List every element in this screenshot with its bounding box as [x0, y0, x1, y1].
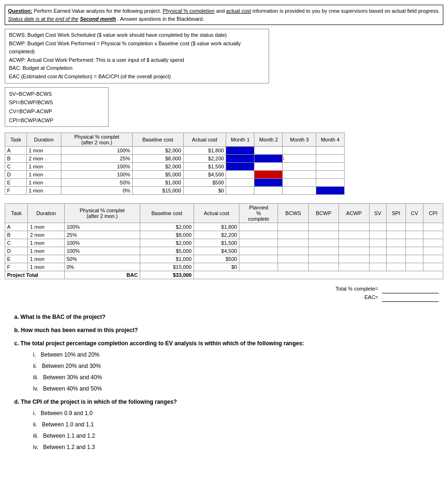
dur-a: 1 mon — [26, 147, 61, 155]
ev-actual-d: $4,500 — [194, 247, 239, 255]
ev-cv-d — [406, 247, 423, 255]
ev-cpi-b — [423, 231, 443, 239]
q-d-options: i. Between 0.9 and 1.0 ii. Between 1.0 a… — [33, 408, 443, 453]
ev-header-actual: Actual cost — [194, 204, 239, 223]
ev-header-baseline: Baseline cost — [140, 204, 194, 223]
bar-c-m3 — [283, 163, 316, 171]
bar-d-m1 — [226, 171, 254, 179]
q-c-option-i: i. Between 10% and 20% — [33, 349, 443, 360]
bar-b-m4 — [316, 155, 345, 163]
ev-pct-b: 25% — [64, 231, 140, 239]
q-d-letter: d. — [14, 399, 19, 405]
question-underline-1: Physical % completion — [163, 8, 215, 14]
q-c-letter: c. — [14, 340, 19, 347]
dur-f: 1 mon — [26, 187, 61, 195]
ev-planned-b — [239, 231, 278, 239]
bar-b-m1 — [226, 155, 254, 163]
ev-bcwp-a — [308, 223, 338, 231]
actual-f: $0 — [183, 187, 226, 195]
q-d-num-iv: iv. — [33, 444, 38, 450]
ev-cv-b — [406, 231, 423, 239]
eac-label: EAC= — [336, 294, 378, 302]
red-arrow-icon: ↓ — [282, 154, 285, 161]
q-c-num-iv: iv. — [33, 385, 38, 392]
ev-acwp-a — [339, 223, 369, 231]
gantt-header-duration: Duration — [26, 133, 61, 147]
bar-e-m3 — [283, 179, 316, 187]
actual-b: $2,200 — [183, 155, 226, 163]
pct-a: 100% — [61, 147, 132, 155]
ev-task-f: F — [5, 263, 28, 271]
definitions-box: BCWS: Budget Cost Work Scheduled ($ valu… — [5, 29, 269, 83]
question-italic-1: Status date is at the end of the — [8, 16, 78, 22]
ev-row-f: F 1 mon 0% $15,000 $0 — [5, 263, 443, 271]
gantt-header-month2: Month 2 — [254, 133, 283, 147]
ev-task-d: D — [5, 247, 28, 255]
ev-planned-e — [239, 255, 278, 263]
dur-e: 1 mon — [26, 179, 61, 187]
question-text-4: Answer questions in the Blackboard. — [120, 16, 204, 22]
ev-pct-f: 0% — [64, 263, 140, 271]
ev-sv-a — [369, 223, 386, 231]
question-label: Question: — [8, 8, 32, 14]
actual-c: $1,500 — [183, 163, 226, 171]
ev-spi-d — [386, 247, 406, 255]
total-pct-label: Total % complete= — [336, 286, 378, 293]
gantt-header-month1: Month 1 — [226, 133, 254, 147]
bar-f-m2 — [254, 187, 283, 195]
ev-cv-c — [406, 239, 423, 247]
q-d-text-i: Between 0.9 and 1.0 — [41, 410, 93, 416]
ev-sv-b — [369, 231, 386, 239]
q-c-num-iii: iii. — [33, 374, 38, 381]
task-f: F — [5, 187, 27, 195]
task-a: A — [5, 147, 27, 155]
q-d-num-i: i. — [33, 410, 36, 416]
q-a-text: What is the BAC of the project? — [20, 314, 105, 320]
ev-header-pct: Physical % complet(after 2 mon.) — [64, 204, 140, 223]
ev-planned-a — [239, 223, 278, 231]
question-box: Question: Perform Earned Value analysis … — [5, 5, 443, 25]
gantt-row-b: B 2 mon 25% $8,000 $2,200 ↓ — [5, 155, 345, 163]
ev-row-total: Project Total BAC $33,000 — [5, 271, 443, 279]
formula-sv: SV=BCWP-BCWS — [9, 90, 104, 99]
ev-spi-c — [386, 239, 406, 247]
q-d-num-ii: ii. — [33, 421, 37, 428]
questions-section: a. What is the BAC of the project? b. Ho… — [14, 311, 443, 453]
q-d-option-i: i. Between 0.9 and 1.0 — [33, 408, 443, 419]
question-italic-2: . — [118, 16, 119, 22]
dur-b: 2 mon — [26, 155, 61, 163]
q-d-text-ii: Between 1.0 and 1.1 — [42, 421, 94, 428]
base-e: $1,000 — [132, 179, 183, 187]
ev-header-planned: Planned%complete — [239, 204, 278, 223]
q-d-num-iii: iii. — [33, 433, 38, 439]
gantt-table: Task Duration Physical % complet(after 2… — [5, 133, 345, 195]
ev-task-b: B — [5, 231, 28, 239]
bar-f-m3 — [283, 187, 316, 195]
ev-planned-c — [239, 239, 278, 247]
q-d-text-iv: Between 1.2 and 1.3 — [43, 444, 95, 450]
gantt-header-task: Task — [5, 133, 27, 147]
q-b-letter: b. — [14, 327, 19, 333]
ev-task-a: A — [5, 223, 28, 231]
q-c-text-i: Between 10% and 20% — [41, 351, 100, 358]
ev-pct-e: 50% — [64, 255, 140, 263]
q-d-text: The CPI of the project is in which of th… — [21, 399, 177, 405]
ev-dur-c: 1 mon — [28, 239, 65, 247]
ev-bcwp-e — [308, 255, 338, 263]
ev-row-b: B 2 mon 25% $8,000 $2,200 — [5, 231, 443, 239]
totals-box: Total % complete= EAC= — [336, 286, 439, 302]
task-b: B — [5, 155, 27, 163]
def-acwp: ACWP: Actual Cost Work Performed: This i… — [9, 56, 265, 65]
ev-bac-value: $33,000 — [140, 271, 194, 279]
gantt-row-a: A 1 mon 100% $2,000 $1,800 — [5, 147, 345, 155]
ev-actual-c: $1,500 — [194, 239, 239, 247]
task-c: C — [5, 163, 27, 171]
ev-acwp-e — [339, 255, 369, 263]
bar-e-m2 — [254, 179, 283, 187]
bar-c-m2 — [254, 163, 283, 171]
gantt-row-d: D 1 mon 100% $5,000 $4,500 — [5, 171, 345, 179]
formula-spi: SPI=BCWP/BCWS — [9, 98, 104, 107]
ev-bac-label: BAC — [64, 271, 140, 279]
formulas-box: SV=BCWP-BCWS SPI=BCWP/BCWS CV=BCWP-ACWP … — [5, 87, 109, 127]
ev-actual-b: $2,200 — [194, 231, 239, 239]
